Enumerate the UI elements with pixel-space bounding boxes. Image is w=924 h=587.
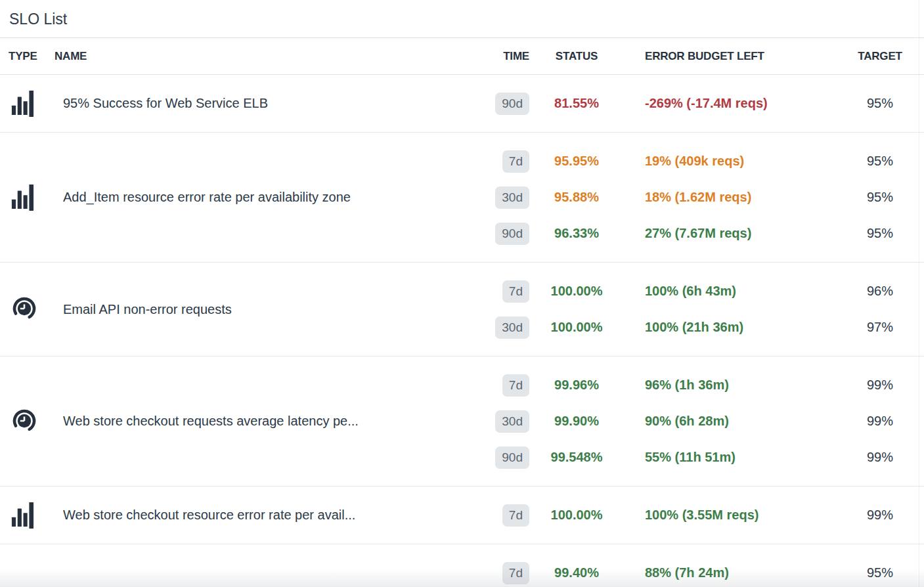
bar-chart-icon: [11, 183, 37, 212]
slo-status-value: 99.96%: [529, 378, 624, 393]
slo-table-row[interactable]: Web store checkout requests average late…: [0, 356, 924, 486]
slo-window-row: 7d 100.00% 100% (6h 43m) 96%: [479, 273, 913, 309]
slo-error-budget-value: 100% (21h 36m): [624, 320, 847, 335]
slo-name-link[interactable]: Web store checkout resource error rate p…: [63, 508, 479, 523]
slo-target-value: 95%: [847, 154, 913, 169]
slo-error-budget-value: 88% (7h 24m): [624, 565, 847, 580]
slo-list-widget: SLO List TYPE NAME TIME STATUS ERROR BUD…: [0, 0, 924, 587]
time-window-badge: 90d: [495, 223, 529, 245]
time-window-badge: 30d: [495, 186, 529, 209]
slo-windows: 7d 100.00% 100% (6h 43m) 96% 30d 100.00%…: [479, 273, 913, 345]
slo-name-link[interactable]: Web store checkout requests average late…: [63, 414, 479, 429]
time-window-cell: 90d: [495, 446, 529, 469]
slo-name-link[interactable]: Email API non-error requests: [63, 302, 479, 317]
slo-type-icon-slot: [11, 559, 37, 587]
slo-status-value: 100.00%: [529, 320, 624, 335]
slo-target-value: 97%: [847, 320, 913, 335]
slo-target-value: 95%: [847, 565, 913, 580]
slo-window-row: 90d 99.548% 55% (11h 51m) 99%: [479, 439, 913, 475]
table-header-right: TIME STATUS ERROR BUDGET LEFT TARGET: [479, 50, 913, 63]
time-window-badge: 90d: [495, 446, 529, 469]
time-window-cell: 7d: [502, 150, 529, 173]
slo-status-value: 96.33%: [529, 226, 624, 241]
slo-status-value: 95.95%: [529, 154, 624, 169]
time-window-cell: 90d: [495, 223, 529, 245]
slo-window-row: 7d 99.40% 88% (7h 24m) 95%: [479, 555, 913, 587]
slo-window-row: 7d 95.95% 19% (409k reqs) 95%: [479, 143, 913, 179]
table-header-left: TYPE NAME: [0, 50, 479, 63]
time-window-badge: 7d: [502, 562, 529, 584]
slo-error-budget-value: 100% (6h 43m): [624, 284, 847, 299]
slo-status-value: 81.55%: [529, 96, 624, 111]
slo-target-value: 99%: [847, 450, 913, 465]
slo-error-budget-value: 90% (6h 28m): [624, 414, 847, 429]
time-window-badge: 7d: [502, 150, 529, 173]
slo-window-row: 30d 99.90% 90% (6h 28m) 99%: [479, 403, 913, 439]
time-window-badge: 7d: [502, 374, 529, 397]
time-window-badge: 7d: [502, 280, 529, 303]
slo-error-budget-value: 27% (7.67M reqs): [624, 226, 847, 241]
slo-type-cell: [0, 295, 63, 324]
time-window-badge: 30d: [495, 410, 529, 433]
slo-error-budget-value: 55% (11h 51m): [624, 450, 847, 465]
slo-status-value: 100.00%: [529, 284, 624, 299]
slo-window-row: 90d 81.55% -269% (-17.4M reqs) 95%: [479, 85, 913, 121]
slo-windows: 7d 100.00% 100% (3.55M reqs) 99%: [479, 497, 913, 533]
slo-type-cell: [0, 89, 63, 118]
slo-table-row[interactable]: Add_Item resource error rate per availab…: [0, 132, 924, 262]
time-window-cell: 7d: [502, 504, 529, 527]
slo-status-value: 99.90%: [529, 414, 624, 429]
slo-name-link[interactable]: 95% Success for Web Service ELB: [63, 96, 479, 111]
slo-type-cell: [0, 559, 63, 587]
time-window-cell: 7d: [502, 562, 529, 584]
slo-windows: 90d 81.55% -269% (-17.4M reqs) 95%: [479, 85, 913, 121]
slo-window-row: 90d 96.33% 27% (7.67M reqs) 95%: [479, 215, 913, 251]
slo-error-budget-value: 19% (409k reqs): [624, 154, 847, 169]
slo-type-cell: [0, 407, 63, 436]
slo-name-link[interactable]: Add_Item resource error rate per availab…: [63, 190, 479, 205]
col-header-time: TIME: [503, 50, 529, 63]
slo-window-row: 7d 100.00% 100% (3.55M reqs) 99%: [479, 497, 913, 533]
slo-window-row: 30d 95.88% 18% (1.62M reqs) 95%: [479, 179, 913, 215]
col-header-target: TARGET: [858, 50, 902, 63]
slo-error-budget-value: -269% (-17.4M reqs): [624, 96, 847, 111]
slo-table-row[interactable]: 7d 99.40% 88% (7h 24m) 95%: [0, 544, 924, 587]
slo-table-row[interactable]: Web store checkout resource error rate p…: [0, 486, 924, 544]
time-window-badge: 90d: [495, 93, 529, 115]
bar-chart-icon: [11, 501, 37, 530]
slo-windows: 7d 95.95% 19% (409k reqs) 95% 30d 95.88%…: [479, 143, 913, 251]
slo-target-value: 95%: [847, 190, 913, 205]
col-header-status: STATUS: [556, 50, 598, 63]
slo-status-value: 99.40%: [529, 565, 624, 580]
slo-target-value: 99%: [847, 414, 913, 429]
slo-error-budget-value: 18% (1.62M reqs): [624, 190, 847, 205]
time-window-badge: 7d: [502, 504, 529, 527]
slo-status-value: 100.00%: [529, 508, 624, 523]
table-header: TYPE NAME TIME STATUS ERROR BUDGET LEFT …: [0, 38, 924, 75]
slo-window-row: 30d 100.00% 100% (21h 36m) 97%: [479, 309, 913, 345]
time-window-cell: 30d: [495, 410, 529, 433]
time-window-cell: 7d: [502, 374, 529, 397]
slo-target-value: 95%: [847, 226, 913, 241]
clock-icon: [11, 295, 37, 324]
slo-status-value: 99.548%: [529, 450, 624, 465]
table-body: 95% Success for Web Service ELB 90d 81.5…: [0, 75, 924, 587]
slo-target-value: 95%: [847, 96, 913, 111]
slo-windows: 7d 99.96% 96% (1h 36m) 99% 30d 99.90% 90…: [479, 367, 913, 475]
slo-table-row[interactable]: 95% Success for Web Service ELB 90d 81.5…: [0, 75, 924, 132]
slo-window-row: 7d 99.96% 96% (1h 36m) 99%: [479, 367, 913, 403]
time-window-cell: 30d: [495, 316, 529, 339]
slo-table-row[interactable]: Email API non-error requests 7d 100.00% …: [0, 262, 924, 356]
slo-target-value: 99%: [847, 508, 913, 523]
slo-type-cell: [0, 501, 63, 530]
slo-type-cell: [0, 183, 63, 212]
col-header-error-budget-left: ERROR BUDGET LEFT: [624, 50, 764, 63]
clock-icon: [11, 407, 37, 436]
slo-error-budget-value: 100% (3.55M reqs): [624, 508, 847, 523]
time-window-cell: 30d: [495, 186, 529, 209]
bar-chart-icon: [11, 89, 37, 118]
widget-title: SLO List: [0, 0, 924, 38]
slo-target-value: 99%: [847, 378, 913, 393]
col-header-type: TYPE: [0, 50, 55, 63]
slo-windows: 7d 99.40% 88% (7h 24m) 95%: [479, 555, 913, 587]
